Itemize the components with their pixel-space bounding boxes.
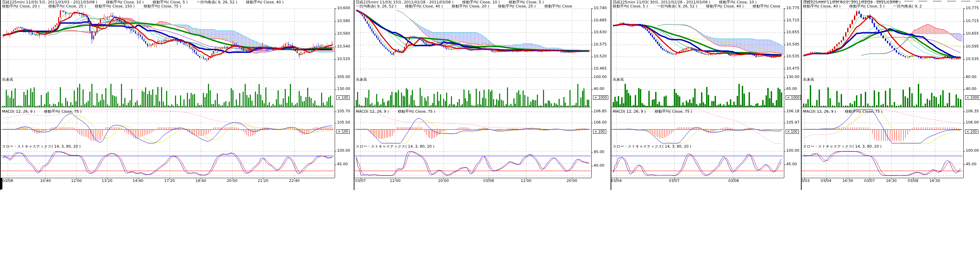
macd-ma-label: 移動平均( Close, 75 ) (655, 109, 692, 114)
macd-section-row: MACD( 12, 26, 9 )移動平均( Close, 75 ) (356, 110, 444, 114)
price-axis-label: 10,580 (337, 19, 350, 23)
volume-scale-box: × 1000 (965, 95, 980, 100)
indicator-label: 一目均衡表( 9, 26, 52 ) (356, 4, 396, 8)
chart-panel-3[interactable]: 日経225mini 11/03( 30分, 2011/02/28 - 2011/… (611, 0, 801, 190)
volume-axis-label: 130.00 (337, 87, 350, 91)
volume-scale-box: × 100 (336, 95, 350, 100)
stoch-axis-label: 40.00 (593, 164, 605, 168)
macd-axis-label: 106.00 (966, 120, 979, 125)
indicator-label: 一目均衡表( 9, 2 (893, 4, 922, 8)
time-axis-label: 03/07 (669, 179, 679, 183)
time-axis-label: 12:00 (390, 179, 401, 183)
volume-axis-label: 80.00 (966, 75, 977, 79)
time-axis-label: 17:20 (164, 179, 175, 183)
macd-scale-box: × 100 (336, 129, 350, 134)
stoch-section-label: スロー・ストキャスティクス( 14, 3, 80, 20 ) (612, 145, 691, 148)
price-axis-label: 10,535 (966, 57, 979, 61)
stoch-axis-label: 100.00 (337, 148, 350, 153)
volume-axis-label: 65.00 (786, 87, 797, 91)
volume-axis-label: 40.00 (593, 87, 605, 91)
macd-axis-label: 105.50 (337, 120, 350, 125)
volume-scale-box: × 1000 (786, 95, 801, 100)
price-axis-label: 10,595 (786, 43, 800, 46)
price-axis-label: 10,775 (966, 6, 979, 10)
price-axis-label: 10,520 (593, 54, 607, 58)
indicator-label: 移動平均( Close, 20 ) (452, 4, 489, 8)
time-axis-label: 12:00 (71, 179, 82, 183)
macd-section-label: MACD( 12, 26, 9 ) (2, 109, 35, 114)
macd-section-row: MACD( 12, 26, 9 )移動平均( Close, 75 ) (612, 110, 701, 114)
chart-header-line2: 移動平均( Close, 40 )移動平均( Close, 5 )一目均衡表( … (803, 5, 931, 8)
time-axis-label: 20:00 (438, 179, 449, 183)
time-axis-label: 14:40 (132, 179, 143, 183)
price-axis-label: 10,630 (593, 30, 607, 34)
stoch-axis-label: 45.00 (786, 162, 797, 166)
price-axis-label: 10,560 (337, 32, 350, 36)
indicator-label: 移動平均( Close, 20 ) (2, 4, 40, 8)
time-axis-label: 03/08 (483, 179, 494, 183)
volume-section-label: 出来高 (2, 78, 13, 82)
chart-panel-1[interactable]: 日経225mini 11/03( 5分, 2011/03/03 - 2011/0… (0, 0, 354, 190)
volume-axis-label: 130.00 (786, 75, 800, 79)
price-axis-label: 10,465 (593, 66, 607, 71)
time-axis-label: 03/07 (864, 179, 875, 183)
macd-section-label: MACD( 12, 26, 9 ) (612, 109, 646, 114)
stoch-axis-label: 95.00 (593, 150, 605, 154)
macd-ma-label: 移動平均( Close, 75 ) (44, 109, 82, 114)
macd-scale-box: × 100 (786, 129, 799, 134)
time-axis-label: 03/03 (801, 179, 810, 183)
macd-axis-label: 106.18 (786, 109, 800, 114)
macd-ma-label: 移動平均( Close, 75 ) (845, 109, 883, 114)
time-axis-label: 03/08 (2, 179, 13, 183)
volume-axis-label: 305.00 (337, 75, 350, 79)
macd-section-row: MACD( 12, 26, 9 )移動平均( Close, 75 ) (803, 110, 891, 114)
time-axis-label: 22:40 (289, 179, 300, 183)
indicator-label: 移動平均( Close (752, 4, 781, 8)
volume-section-label: 出来高 (612, 78, 624, 82)
stoch-axis-label: 100.00 (966, 148, 979, 153)
indicator-label: 一目均衡表( 9, 26, 52 ) (196, 0, 237, 5)
macd-ma-label: 移動平均( Close, 75 ) (398, 109, 436, 114)
time-axis-label: 10:40 (40, 179, 51, 183)
indicator-label: 移動平均( Close, 40 ) (706, 4, 744, 8)
time-axis-label: 03/04 (821, 179, 832, 183)
price-axis-label: 10,540 (337, 44, 350, 49)
price-axis-label: 10,655 (966, 32, 979, 36)
macd-scale-box: × 100 (593, 129, 606, 134)
chart-header-line2: 移動平均( Close, 20 )移動平均( Close, 25 )移動平均( … (2, 5, 190, 8)
macd-section-label: MACD( 12, 26, 9 ) (803, 109, 836, 114)
indicator-label: 移動平均( Close, 40 ) (246, 0, 284, 5)
price-axis-label: 10,715 (966, 19, 979, 23)
indicator-label: 移動平均( Close, 40 ) (803, 4, 841, 8)
time-axis-label: 03/07 (355, 179, 366, 183)
price-axis-label: 10,535 (786, 54, 800, 58)
volume-scale-box: × 1000 (593, 95, 608, 100)
time-axis-label: 03/08 (908, 179, 918, 183)
macd-axis-label: 106.00 (593, 120, 607, 125)
time-axis-label: 20:00 (566, 179, 578, 183)
indicator-label: 一目均衡表( 9, 26, 52 ) (657, 4, 698, 8)
price-axis-label: 10,600 (337, 6, 350, 10)
indicator-label: 移動平均( Close (544, 4, 572, 8)
price-axis-label: 10,520 (337, 57, 350, 61)
macd-scale-box: × 100 (965, 129, 978, 134)
price-axis-label: 10,715 (786, 18, 800, 22)
macd-section-row: MACD( 12, 26, 9 )移動平均( Close, 75 ) (2, 110, 91, 114)
macd-section-label: MACD( 12, 26, 9 ) (356, 109, 389, 114)
stoch-section-label: スロー・ストキャスティクス( 14, 3, 80, 20 ) (356, 145, 434, 148)
chart-header-line2: 一目均衡表( 9, 26, 52 )移動平均( Close, 40 )移動平均(… (356, 5, 581, 8)
volume-section-label: 出来高 (803, 78, 814, 82)
chart-panel-4[interactable]: 日経225mini 11/03( 60分, 2011/02/28 - 2011/… (801, 0, 980, 190)
indicator-label: 移動平均( Close, 5 ) (612, 4, 648, 8)
indicator-label: 移動平均( Close, 150 ) (95, 4, 135, 8)
price-axis-label: 10,575 (593, 43, 607, 46)
indicator-label: 移動平均( Close, 5 ) (850, 4, 885, 8)
time-axis-label: 21:20 (258, 179, 269, 183)
indicator-label: 移動平均( Close, 25 ) (49, 4, 86, 8)
macd-axis-label: 106.85 (593, 109, 607, 114)
price-axis-label: 10,685 (593, 18, 607, 22)
indicator-label: 移動平均( Close, 75 ) (144, 4, 181, 8)
stoch-section-label: スロー・ストキャスティクス( 14, 3, 80, 20 ) (2, 145, 81, 148)
chart-panel-2[interactable]: 日経225mini 11/03( 15分, 2011/02/28 - 2011/… (354, 0, 611, 190)
time-axis-label: 12:00 (520, 179, 531, 183)
